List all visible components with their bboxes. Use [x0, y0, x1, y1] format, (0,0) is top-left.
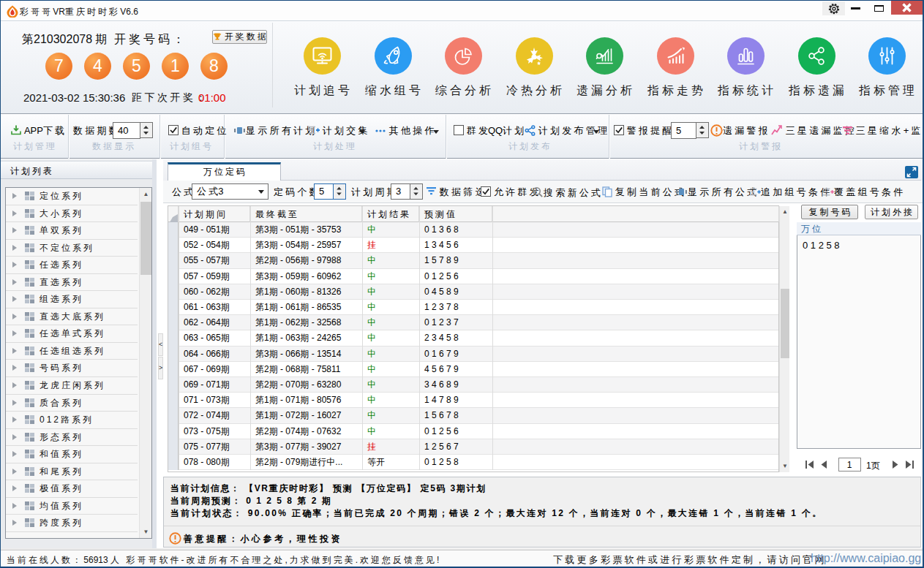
svg-text:1: 1 — [847, 460, 852, 470]
